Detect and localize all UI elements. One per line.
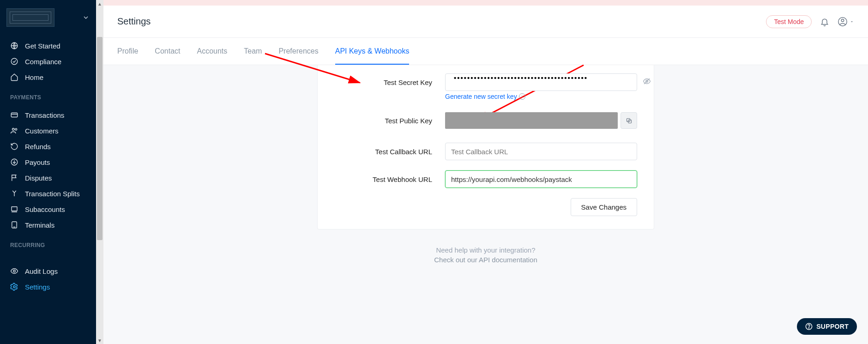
svg-rect-2 bbox=[11, 113, 18, 117]
sidebar-item-compliance[interactable]: Compliance bbox=[0, 54, 96, 69]
svg-point-1 bbox=[11, 58, 18, 65]
tab-accounts[interactable]: Accounts bbox=[197, 38, 228, 65]
callback-url-label: Test Callback URL bbox=[334, 148, 445, 156]
public-key-field[interactable] bbox=[445, 112, 618, 129]
webhook-url-label: Test Webhook URL bbox=[334, 175, 445, 183]
sidebar-item-settings[interactable]: Settings bbox=[0, 279, 96, 295]
webhook-url-input[interactable] bbox=[445, 170, 637, 188]
callback-url-input[interactable] bbox=[445, 143, 637, 160]
undo-icon bbox=[10, 142, 18, 151]
nav-label: Compliance bbox=[25, 58, 61, 66]
card-icon bbox=[10, 111, 18, 119]
nav-label: Transaction Splits bbox=[25, 190, 80, 198]
generate-secret-link[interactable]: Generate new secret key i bbox=[445, 93, 637, 100]
chevron-down-icon bbox=[82, 14, 90, 21]
sidebar-item-customers[interactable]: Customers bbox=[0, 123, 96, 139]
svg-point-23 bbox=[809, 328, 809, 328]
help-line1: Need help with your integration? bbox=[436, 246, 535, 254]
sidebar-item-get-started[interactable]: Get Started bbox=[0, 38, 96, 54]
globe-icon bbox=[10, 42, 18, 50]
split-icon bbox=[10, 189, 18, 198]
sidebar: Get Started Compliance Home PAYMENTS Tra… bbox=[0, 0, 96, 344]
home-icon bbox=[10, 73, 18, 81]
nav-label: Audit Logs bbox=[25, 267, 58, 275]
nav-label: Disputes bbox=[25, 174, 52, 182]
profile-menu[interactable] bbox=[838, 17, 854, 27]
scroll-up-icon: ▲ bbox=[96, 0, 103, 7]
nav-label: Settings bbox=[25, 283, 50, 291]
support-button[interactable]: SUPPORT bbox=[797, 318, 857, 335]
secret-key-field[interactable]: •••••••••••••••••••••••••••••••••••••••• bbox=[445, 73, 637, 91]
nav-label: Home bbox=[25, 73, 43, 81]
copy-icon bbox=[626, 117, 633, 124]
scroll-thumb[interactable] bbox=[97, 37, 102, 240]
nav-heading-recurring: RECURRING bbox=[0, 235, 96, 252]
nav-label: Transactions bbox=[25, 111, 64, 119]
nav-label: Customers bbox=[25, 127, 59, 135]
tab-profile[interactable]: Profile bbox=[117, 38, 138, 65]
help-block: Need help with your integration? Check o… bbox=[117, 246, 854, 264]
terminal-icon bbox=[10, 221, 18, 229]
save-button[interactable]: Save Changes bbox=[571, 198, 637, 216]
svg-point-5 bbox=[15, 128, 17, 130]
toggle-secret-visibility[interactable] bbox=[643, 77, 651, 85]
tab-contact[interactable]: Contact bbox=[155, 38, 180, 65]
sidebar-item-terminals[interactable]: Terminals bbox=[0, 217, 96, 233]
content-area: Test Secret Key ••••••••••••••••••••••••… bbox=[103, 65, 868, 344]
caret-down-icon bbox=[850, 19, 854, 24]
bell-icon bbox=[820, 17, 829, 26]
sidebar-item-refunds[interactable]: Refunds bbox=[0, 139, 96, 154]
tab-api-keys[interactable]: API Keys & Webhooks bbox=[335, 38, 410, 65]
sidebar-item-subaccounts[interactable]: Subaccounts bbox=[0, 201, 96, 217]
api-docs-link[interactable]: Check out our API documentation bbox=[117, 256, 854, 264]
sidebar-item-audit-logs[interactable]: Audit Logs bbox=[0, 263, 96, 279]
support-label: SUPPORT bbox=[816, 323, 849, 330]
sidebar-scrollbar[interactable]: ▲ ▼ bbox=[96, 0, 103, 344]
tab-team[interactable]: Team bbox=[244, 38, 262, 65]
settings-tabs: Profile Contact Accounts Team Preference… bbox=[103, 38, 868, 65]
nav-label: Subaccounts bbox=[25, 205, 65, 213]
svg-point-12 bbox=[13, 270, 16, 272]
svg-point-4 bbox=[12, 128, 15, 131]
alert-strip bbox=[103, 0, 868, 6]
layers-icon bbox=[10, 205, 18, 213]
account-logo-placeholder bbox=[6, 8, 54, 27]
header-bar: Settings Test Mode bbox=[103, 6, 868, 38]
check-circle-icon bbox=[10, 57, 18, 66]
secret-key-label: Test Secret Key bbox=[334, 78, 445, 86]
sidebar-item-home[interactable]: Home bbox=[0, 69, 96, 85]
nav-label: Refunds bbox=[25, 143, 51, 151]
page-title: Settings bbox=[117, 16, 151, 27]
api-keys-panel: Test Secret Key ••••••••••••••••••••••••… bbox=[317, 65, 654, 229]
test-mode-button[interactable]: Test Mode bbox=[766, 15, 812, 28]
eye-icon bbox=[10, 267, 18, 275]
copy-public-key[interactable] bbox=[621, 112, 637, 129]
link-text: Generate new secret key bbox=[445, 93, 517, 100]
notifications-button[interactable] bbox=[820, 17, 829, 26]
nav-label: Terminals bbox=[25, 221, 54, 229]
sidebar-item-transactions[interactable]: Transactions bbox=[0, 107, 96, 123]
svg-point-13 bbox=[13, 286, 16, 288]
tab-preferences[interactable]: Preferences bbox=[278, 38, 318, 65]
question-icon bbox=[805, 323, 813, 330]
scroll-down-icon: ▼ bbox=[96, 337, 103, 344]
flag-icon bbox=[10, 174, 18, 182]
gear-icon bbox=[10, 283, 18, 291]
public-key-label: Test Public Key bbox=[334, 117, 445, 125]
nav-label: Payouts bbox=[25, 158, 50, 166]
sidebar-item-payouts[interactable]: Payouts bbox=[0, 154, 96, 170]
info-icon: i bbox=[519, 93, 525, 100]
svg-rect-8 bbox=[12, 207, 17, 211]
sidebar-item-transaction-splits[interactable]: Transaction Splits bbox=[0, 186, 96, 201]
eye-off-icon bbox=[643, 77, 651, 85]
svg-point-15 bbox=[841, 19, 844, 22]
sidebar-item-disputes[interactable]: Disputes bbox=[0, 170, 96, 186]
download-icon bbox=[10, 158, 18, 166]
nav-heading-payments: PAYMENTS bbox=[0, 88, 96, 104]
main: Settings Test Mode Profile Contact Accou… bbox=[103, 0, 868, 344]
users-icon bbox=[10, 127, 18, 135]
avatar-icon bbox=[838, 17, 848, 27]
nav-label: Get Started bbox=[25, 42, 60, 50]
account-switcher[interactable] bbox=[0, 0, 96, 35]
